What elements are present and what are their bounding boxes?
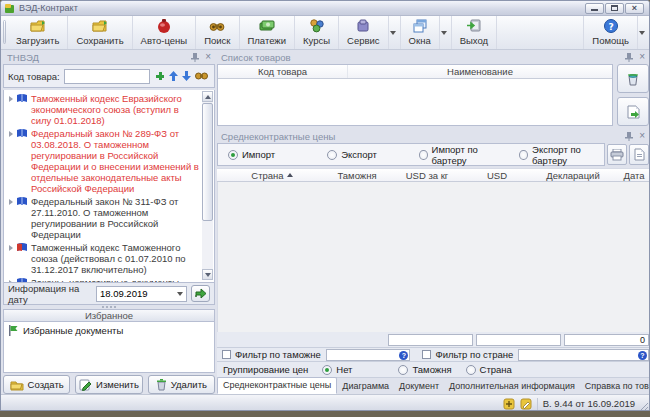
expander-icon[interactable] — [9, 199, 13, 205]
filter-country-input[interactable]: ? — [518, 349, 649, 361]
status-edit-icon[interactable] — [520, 398, 532, 410]
book-icon — [16, 128, 28, 138]
folder-icon — [10, 379, 24, 391]
pin-icon[interactable] — [625, 53, 633, 62]
search-button[interactable]: Поиск — [196, 16, 239, 49]
exit-icon — [466, 18, 482, 34]
toolbar-drag-handle[interactable] — [3, 20, 6, 44]
title-bar: ВЭД-Контракт × — [1, 1, 649, 16]
help-button[interactable]: ? Помощь — [583, 16, 638, 49]
service-dropdown[interactable] — [389, 16, 401, 49]
col-customs[interactable]: Таможня — [327, 169, 387, 181]
close-panel-icon[interactable]: × — [639, 131, 645, 141]
radio-export-barter[interactable]: Экспорт по бартеру — [519, 144, 604, 166]
windows-dropdown[interactable] — [440, 16, 452, 49]
close-panel-icon[interactable]: × — [205, 52, 211, 62]
auto-prices-icon — [156, 18, 172, 34]
col-usd[interactable]: USD — [467, 169, 527, 181]
delete-button[interactable]: Удалить — [148, 375, 215, 394]
create-button[interactable]: Создать — [3, 375, 70, 394]
goods-clear-button[interactable] — [617, 64, 649, 93]
sort-asc-icon — [287, 173, 293, 177]
tree-item[interactable]: Таможенный кодекс Таможенного союза (дей… — [4, 241, 200, 276]
save-button[interactable]: Сохранить — [68, 16, 132, 49]
find-code-icon[interactable] — [195, 71, 208, 81]
edit-button[interactable]: Изменить — [75, 375, 142, 394]
goods-col-code[interactable]: Код товара — [218, 65, 348, 78]
grouping-none[interactable]: Нет — [322, 364, 352, 375]
filter-customs-input[interactable]: ? — [326, 349, 411, 361]
maximize-icon — [611, 5, 618, 11]
radio-import[interactable]: Импорт — [228, 149, 275, 160]
tree-item[interactable]: Федеральный закон № 311-ФЗ от 27.11.2010… — [4, 195, 200, 241]
svg-text:?: ? — [608, 22, 613, 32]
close-panel-icon[interactable]: × — [639, 52, 645, 62]
move-up-icon[interactable] — [169, 71, 178, 81]
goods-export-button[interactable] — [617, 97, 649, 126]
exit-button[interactable]: Выход — [452, 16, 497, 49]
radio-import-barter[interactable]: Импорт по бартеру — [419, 144, 502, 166]
tab-document[interactable]: Документ — [394, 379, 444, 394]
pin-icon[interactable] — [625, 132, 633, 141]
tab-diagram[interactable]: Диаграмма — [337, 379, 394, 394]
scroll-up-icon[interactable] — [202, 91, 213, 102]
auto-prices-button[interactable]: Авто-цены — [133, 16, 197, 49]
load-button[interactable]: Загрузить — [8, 16, 68, 49]
tree-item-label: Федеральный закон № 311-ФЗ от 27.11.2010… — [31, 196, 200, 240]
minimize-button[interactable] — [585, 3, 604, 14]
payments-button[interactable]: Платежи — [240, 16, 296, 49]
printer-icon — [610, 149, 624, 161]
tree-item[interactable]: Федеральный закон № 289-ФЗ от 03.08.2018… — [4, 127, 200, 195]
info-date-value: 18.09.2019 — [100, 288, 148, 299]
scroll-down-icon[interactable] — [202, 269, 213, 280]
favorites-item[interactable]: Избранные документы — [4, 322, 214, 339]
help-label: Помощь — [592, 35, 629, 46]
radio-icon — [419, 150, 428, 160]
status-bar: В. 9.44 от 16.09.2019 — [1, 394, 649, 411]
search-binoculars-icon — [209, 18, 225, 34]
close-button[interactable]: × — [625, 3, 644, 14]
maximize-button[interactable] — [605, 3, 624, 14]
report-button[interactable] — [629, 144, 649, 165]
help-question-icon[interactable]: ? — [399, 351, 408, 360]
version-text: В. 9.44 от 16.09.2019 — [543, 398, 635, 409]
add-code-icon[interactable] — [155, 71, 165, 81]
help-icon: ? — [603, 18, 619, 34]
service-button[interactable]: Сервис — [339, 16, 389, 49]
goods-col-name[interactable]: Наименование — [348, 65, 612, 78]
chevron-down-icon — [639, 31, 645, 35]
tab-goods-help[interactable]: Справка по товару — [580, 379, 650, 394]
col-country[interactable]: Страна — [217, 169, 327, 181]
expander-icon[interactable] — [9, 96, 13, 102]
grouping-none-label: Нет — [336, 364, 352, 375]
help-dropdown[interactable] — [638, 16, 649, 49]
apply-date-button[interactable] — [191, 285, 210, 302]
grouping-country[interactable]: Страна — [466, 364, 512, 375]
tree-item[interactable]: Таможенный кодекс Евразийского экономиче… — [4, 92, 200, 127]
radio-export[interactable]: Экспорт — [327, 149, 377, 160]
windows-button[interactable]: Окна — [401, 16, 440, 49]
tab-additional-info[interactable]: Дополнительная информация — [444, 379, 580, 394]
folder-save-icon — [92, 18, 108, 34]
tab-avg-prices[interactable]: Среднеконтрактные цены — [217, 377, 337, 394]
expander-icon[interactable] — [9, 245, 13, 251]
grouping-customs[interactable]: Таможня — [398, 364, 451, 375]
scrollbar-thumb[interactable] — [202, 103, 213, 221]
rates-button[interactable]: Курсы — [295, 16, 339, 49]
help-question-icon[interactable]: ? — [638, 351, 647, 360]
filter-customs-checkbox[interactable] — [222, 350, 231, 359]
print-button[interactable] — [607, 144, 627, 165]
book-archive-icon — [16, 242, 28, 252]
tree-item-label: Федеральный закон № 289-ФЗ от 03.08.2018… — [31, 128, 200, 194]
tree-scrollbar[interactable] — [202, 91, 213, 280]
pin-icon[interactable] — [191, 53, 199, 62]
filter-country-checkbox[interactable] — [422, 350, 431, 359]
info-date-select[interactable]: 18.09.2019 — [96, 286, 187, 302]
col-declarations[interactable]: Деклараций — [527, 169, 619, 181]
code-input[interactable] — [64, 69, 150, 84]
status-update-icon[interactable] — [503, 398, 515, 410]
expander-icon[interactable] — [9, 131, 13, 137]
col-usd-per-kg[interactable]: USD за кг — [387, 169, 467, 181]
col-date[interactable]: Дата — [619, 169, 649, 181]
move-down-icon[interactable] — [182, 71, 191, 81]
